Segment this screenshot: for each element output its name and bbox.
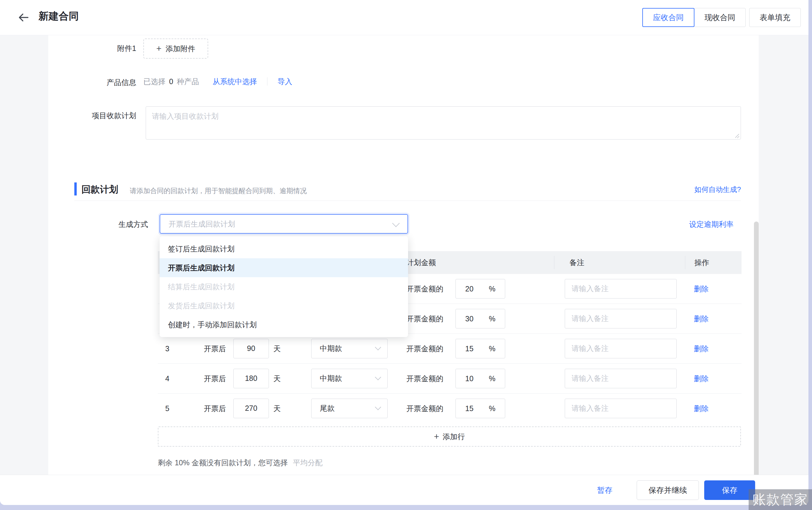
dropdown-option[interactable]: 开票后生成回款计划: [160, 258, 408, 277]
invoice-amount-prefix: 开票金额的: [406, 274, 443, 304]
form-card: 附件1 + 添加附件 产品信息 已选择 0 种产品 从系统中选择 导入 项目收款…: [48, 35, 759, 475]
percent-input[interactable]: 20 %: [456, 279, 505, 299]
section-title: 回款计划: [82, 183, 118, 196]
remark-input[interactable]: 请输入备注: [565, 339, 677, 358]
link-divider: [267, 77, 267, 86]
dropdown-option[interactable]: 发货后生成回款计划: [160, 296, 408, 315]
header-tab[interactable]: 现收合同: [694, 8, 746, 27]
product-info-row: 已选择 0 种产品 从系统中选择 导入: [143, 76, 292, 87]
percent-input[interactable]: 30 %: [456, 309, 505, 329]
chevron-down-icon: [375, 374, 381, 380]
percent-input[interactable]: 15 %: [456, 339, 505, 358]
select-from-system-link[interactable]: 从系统中选择: [213, 77, 257, 86]
vertical-scrollbar-thumb[interactable]: [754, 222, 759, 505]
remark-input[interactable]: 请输入备注: [565, 399, 677, 418]
project-plan-textarea[interactable]: 请输入项目收款计划: [146, 106, 741, 140]
generation-method-value: 开票后生成回款计划: [169, 215, 235, 233]
percent-sign: %: [489, 374, 495, 383]
section-divider: [74, 200, 741, 201]
after-invoice-label: 开票后: [204, 334, 226, 363]
col-operation: 操作: [694, 251, 709, 274]
col-remark: 备注: [570, 251, 584, 274]
plan-table-row: 4 开票后 180 天 中期款 开票金额的 10 % 请输入备注 删除: [158, 364, 742, 394]
dropdown-option[interactable]: 创建时，手动添加回款计划: [160, 315, 408, 334]
generation-method-label: 生成方式: [65, 220, 148, 229]
row-index: 4: [165, 364, 169, 393]
delete-row-link[interactable]: 删除: [694, 304, 709, 334]
project-plan-label: 项目收款计划: [53, 111, 136, 120]
days-input[interactable]: 180: [233, 369, 269, 388]
remark-input[interactable]: 请输入备注: [565, 309, 677, 329]
selected-count: 0: [169, 77, 173, 86]
term-select[interactable]: 中期款: [311, 339, 388, 358]
delete-row-link[interactable]: 删除: [694, 334, 709, 363]
days-input[interactable]: 270: [233, 399, 269, 418]
remark-input[interactable]: 请输入备注: [565, 369, 677, 388]
dropdown-option[interactable]: 签订后生成回款计划: [160, 239, 408, 258]
add-row-label: 添加行: [443, 432, 465, 442]
project-plan-placeholder: 请输入项目收款计划: [152, 112, 219, 120]
page-title: 新建合同: [38, 9, 79, 23]
chevron-down-icon: [392, 220, 400, 227]
selected-suffix: 种产品: [177, 77, 199, 86]
term-select[interactable]: 尾款: [311, 399, 388, 418]
generation-method-select[interactable]: 开票后生成回款计划: [160, 214, 408, 234]
days-unit-label: 天: [273, 334, 281, 363]
how-to-autogenerate-link[interactable]: 如何自动生成?: [694, 185, 741, 194]
delete-row-link[interactable]: 删除: [694, 394, 709, 423]
add-row-button[interactable]: + 添加行: [158, 426, 741, 447]
remark-input[interactable]: 请输入备注: [565, 279, 677, 299]
tab-group: 应收合同现收合同表单填充: [642, 8, 801, 27]
selected-prefix: 已选择: [143, 77, 166, 86]
percent-input[interactable]: 10 %: [456, 369, 505, 388]
row-index: 5: [165, 394, 169, 423]
row-index: 3: [165, 334, 169, 363]
days-unit-label: 天: [273, 364, 281, 393]
percent-sign: %: [489, 314, 495, 323]
arrow-left-icon: [17, 11, 30, 24]
add-attachment-button[interactable]: + 添加附件: [143, 38, 208, 59]
days-unit-label: 天: [273, 394, 281, 423]
save-button[interactable]: 保存: [704, 480, 755, 500]
plus-icon: +: [156, 44, 162, 53]
after-invoice-label: 开票后: [204, 394, 226, 423]
remaining-note: 剩余 10% 金额没有回款计划，您可选择 平均分配: [158, 458, 322, 468]
import-link[interactable]: 导入: [278, 77, 292, 86]
resize-grip[interactable]: [734, 133, 740, 138]
header-tab[interactable]: 应收合同: [642, 8, 694, 27]
percent-sign: %: [489, 404, 495, 413]
percent-sign: %: [489, 285, 495, 293]
plan-table-row: 3 开票后 90 天 中期款 开票金额的 15 % 请输入备注 删除: [158, 334, 742, 364]
after-invoice-label: 开票后: [204, 364, 226, 393]
footer-bar: 暂存 保存并继续 保存: [0, 475, 808, 505]
save-and-continue-button[interactable]: 保存并继续: [637, 480, 699, 500]
header-tab[interactable]: 表单填充: [749, 8, 801, 27]
chevron-down-icon: [375, 404, 381, 410]
add-attachment-label: 添加附件: [166, 44, 195, 54]
delete-row-link[interactable]: 删除: [694, 274, 709, 304]
invoice-amount-prefix: 开票金额的: [406, 304, 443, 334]
section-accent-bar: [74, 182, 77, 196]
percent-input[interactable]: 15 %: [456, 399, 505, 418]
attachment-label: 附件1: [53, 44, 136, 53]
invoice-amount-prefix: 开票金额的: [406, 394, 443, 423]
col-planned-amount: 计划金额: [406, 251, 436, 274]
section-desc: 请添加合同的回款计划，用于智能提醒合同到期、逾期情况: [130, 186, 307, 196]
app-window: 新建合同 应收合同现收合同表单填充 附件1 + 添加附件 产品信息 已选择 0 …: [0, 0, 808, 505]
dropdown-option[interactable]: 结算后生成回款计划: [160, 277, 408, 296]
generation-method-dropdown: 签订后生成回款计划开票后生成回款计划结算后生成回款计划发货后生成回款计划创建时，…: [160, 236, 408, 337]
days-input[interactable]: 90: [233, 339, 269, 358]
average-distribute-link[interactable]: 平均分配: [293, 458, 322, 467]
chevron-down-icon: [375, 344, 381, 350]
plan-table-row: 5 开票后 270 天 尾款 开票金额的 15 % 请输入备注 删除: [158, 394, 742, 423]
invoice-amount-prefix: 开票金额的: [406, 334, 443, 363]
set-overdue-rate-link[interactable]: 设定逾期利率: [689, 220, 733, 229]
back-button[interactable]: [17, 11, 30, 24]
delete-row-link[interactable]: 删除: [694, 364, 709, 393]
product-info-label: 产品信息: [53, 78, 136, 87]
column-divider: [685, 256, 685, 269]
term-select[interactable]: 中期款: [311, 369, 388, 388]
top-bar: 新建合同 应收合同现收合同表单填充: [0, 0, 808, 35]
draft-button[interactable]: 暂存: [597, 475, 612, 505]
watermark: 账款管家: [749, 489, 812, 510]
